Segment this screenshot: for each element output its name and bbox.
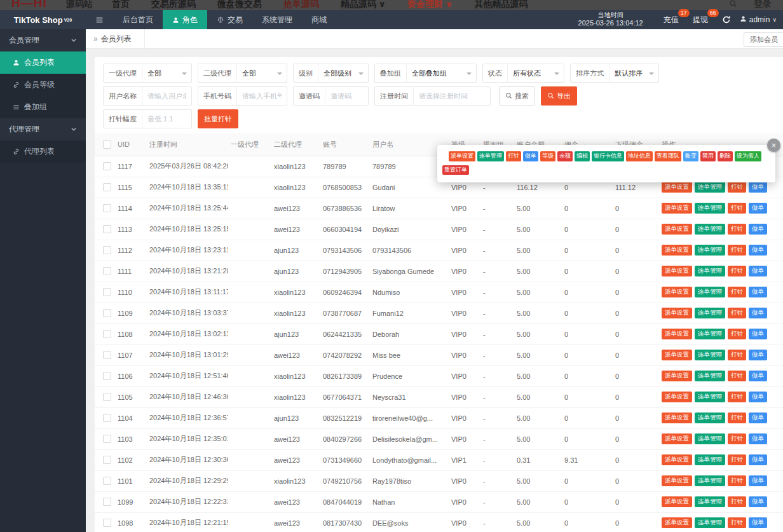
row-checkbox[interactable]	[103, 519, 111, 527]
row-checkbox[interactable]	[103, 246, 111, 254]
row-checkbox[interactable]	[103, 162, 111, 170]
close-icon[interactable]: ×	[767, 139, 780, 152]
row-action-blue-button[interactable]: 做单	[749, 517, 767, 528]
row-action-blue-button[interactable]: 做单	[749, 287, 767, 297]
filter-select[interactable]: 二级代理全部	[198, 64, 287, 83]
add-member-button[interactable]: 添加会员	[744, 32, 783, 47]
row-action-blue-button[interactable]: 做单	[749, 329, 767, 339]
row-checkbox[interactable]	[103, 498, 111, 506]
row-action-blue-button[interactable]: 做单	[749, 496, 767, 507]
popup-action-button[interactable]: 删除	[718, 151, 733, 161]
batch-inject-button[interactable]: 批量打针	[198, 109, 238, 128]
row-action-orange-button[interactable]: 打针	[728, 182, 746, 192]
row-action-orange-button[interactable]: 派单设置	[662, 287, 692, 297]
sidebar-item[interactable]: 会员列表	[0, 51, 86, 74]
filter-select[interactable]: 排序方式默认排序	[570, 64, 659, 83]
popup-action-button[interactable]: 重置订单	[442, 165, 469, 175]
row-action-teal-button[interactable]: 连单管理	[695, 517, 725, 528]
row-action-blue-button[interactable]: 做单	[749, 433, 767, 444]
row-action-blue-button[interactable]: 做单	[749, 454, 767, 465]
background-nav-item[interactable]: 微盘微交易	[217, 0, 262, 10]
row-action-orange-button[interactable]: 打针	[728, 496, 746, 507]
row-action-teal-button[interactable]: 连单管理	[695, 433, 725, 444]
row-action-orange-button[interactable]: 派单设置	[662, 517, 692, 528]
export-button[interactable]: 导出	[541, 86, 577, 106]
row-checkbox[interactable]	[103, 372, 111, 380]
sidebar-collapse-toggle[interactable]	[86, 10, 113, 29]
background-nav-item[interactable]: 资金理财 ∨	[407, 0, 453, 10]
row-action-teal-button[interactable]: 连单管理	[695, 496, 725, 507]
row-action-orange-button[interactable]: 派单设置	[662, 371, 692, 381]
row-action-orange-button[interactable]: 派单设置	[662, 182, 692, 192]
popup-action-button[interactable]: 做单	[523, 151, 538, 161]
row-action-orange-button[interactable]: 打针	[728, 266, 746, 276]
row-action-orange-button[interactable]: 打针	[728, 287, 746, 297]
row-action-teal-button[interactable]: 连单管理	[695, 475, 725, 486]
row-action-orange-button[interactable]: 派单设置	[662, 245, 692, 255]
background-nav-item[interactable]: 首页	[112, 0, 130, 10]
filter-input[interactable]	[414, 92, 490, 100]
select-all-checkbox[interactable]	[103, 140, 111, 149]
popup-action-button[interactable]: 查看团队	[655, 151, 681, 161]
row-checkbox[interactable]	[103, 330, 111, 338]
row-action-teal-button[interactable]: 连单管理	[695, 308, 725, 318]
row-checkbox[interactable]	[103, 204, 111, 212]
row-action-teal-button[interactable]: 连单管理	[695, 182, 725, 192]
row-checkbox[interactable]	[103, 456, 111, 464]
row-action-blue-button[interactable]: 做单	[749, 413, 767, 423]
row-action-teal-button[interactable]: 连单管理	[695, 266, 725, 276]
row-action-blue-button[interactable]: 做单	[749, 266, 767, 276]
row-checkbox[interactable]	[103, 309, 111, 317]
popup-action-button[interactable]: 等级	[540, 151, 555, 161]
filter-input[interactable]	[142, 92, 191, 100]
row-action-blue-button[interactable]: 做单	[749, 392, 767, 402]
row-action-orange-button[interactable]: 派单设置	[662, 203, 692, 213]
filter-input[interactable]	[325, 92, 368, 100]
row-action-orange-button[interactable]: 派单设置	[662, 392, 692, 402]
row-action-orange-button[interactable]: 派单设置	[662, 454, 692, 465]
row-checkbox[interactable]	[103, 351, 111, 359]
row-action-orange-button[interactable]: 打针	[728, 371, 746, 381]
row-action-teal-button[interactable]: 连单管理	[695, 287, 725, 297]
row-action-orange-button[interactable]: 派单设置	[662, 308, 692, 318]
row-action-orange-button[interactable]: 打针	[728, 203, 746, 213]
popup-action-button[interactable]: 编辑	[575, 151, 590, 161]
row-action-teal-button[interactable]: 连单管理	[695, 203, 725, 213]
withdraw-button[interactable]: 提现 66	[693, 15, 708, 25]
row-action-orange-button[interactable]: 派单设置	[662, 224, 692, 234]
row-action-blue-button[interactable]: 做单	[749, 203, 767, 213]
recharge-button[interactable]: 充值 17	[664, 15, 679, 25]
row-checkbox[interactable]	[103, 225, 111, 233]
admin-user-menu[interactable]: admin ∨	[740, 15, 777, 24]
row-action-blue-button[interactable]: 做单	[749, 182, 767, 192]
row-action-orange-button[interactable]: 打针	[728, 454, 746, 465]
row-checkbox[interactable]	[103, 288, 111, 296]
filter-select[interactable]: 级别全部级别	[293, 64, 369, 83]
row-action-blue-button[interactable]: 做单	[749, 224, 767, 234]
sidebar-item[interactable]: 代理列表	[0, 140, 86, 163]
header-menu-item[interactable]: 角色	[163, 10, 207, 29]
row-action-orange-button[interactable]: 打针	[728, 245, 746, 255]
row-action-teal-button[interactable]: 连单管理	[695, 371, 725, 381]
search-button[interactable]: 搜索	[499, 86, 535, 106]
row-action-teal-button[interactable]: 连单管理	[695, 413, 725, 423]
row-action-blue-button[interactable]: 做单	[749, 475, 767, 486]
row-action-orange-button[interactable]: 打针	[728, 433, 746, 444]
row-checkbox[interactable]	[103, 477, 111, 485]
row-action-orange-button[interactable]: 打针	[728, 392, 746, 402]
background-login-link[interactable]: 登录	[754, 0, 772, 10]
row-action-teal-button[interactable]: 连单管理	[695, 224, 725, 234]
row-checkbox[interactable]	[103, 183, 111, 191]
row-action-orange-button[interactable]: 打针	[728, 517, 746, 528]
filter-select[interactable]: 状态所有状态	[482, 64, 564, 83]
sidebar-group[interactable]: 会员管理	[0, 29, 86, 51]
header-menu-item[interactable]: 交易	[207, 10, 252, 29]
background-nav-item[interactable]: 其他精品源码	[474, 0, 528, 10]
row-action-orange-button[interactable]: 打针	[728, 224, 746, 234]
header-menu-item[interactable]: 后台首页	[113, 10, 163, 29]
popup-action-button[interactable]: 余额	[557, 151, 573, 161]
row-checkbox[interactable]	[103, 414, 111, 422]
row-action-blue-button[interactable]: 做单	[749, 245, 767, 255]
row-action-orange-button[interactable]: 派单设置	[662, 433, 692, 444]
row-action-orange-button[interactable]: 派单设置	[662, 475, 692, 486]
